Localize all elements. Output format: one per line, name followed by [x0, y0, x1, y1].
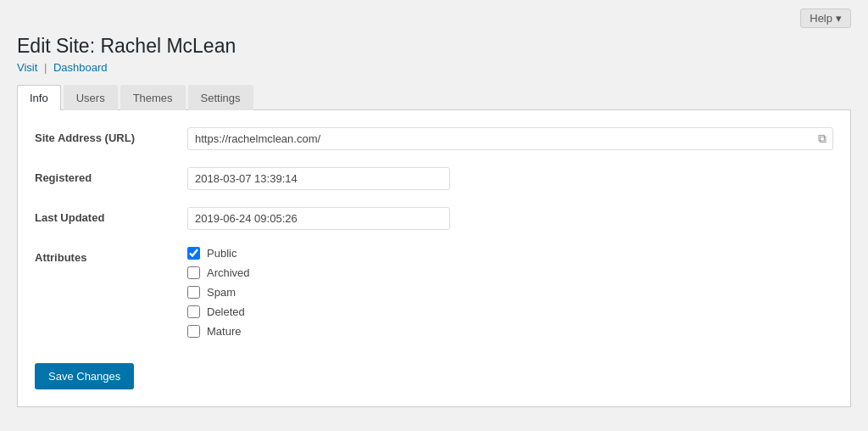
last-updated-input[interactable] [187, 207, 450, 230]
registered-field [187, 167, 833, 190]
attributes-row: Attributes Public Archived Spam [35, 247, 833, 338]
tab-themes[interactable]: Themes [120, 85, 186, 110]
checkbox-deleted-row: Deleted [187, 305, 833, 318]
save-button[interactable]: Save Changes [35, 363, 134, 389]
site-address-input[interactable] [187, 127, 833, 150]
page-wrapper: Help ▾ Edit Site: Rachel McLean Visit | … [0, 0, 868, 431]
help-label: Help [810, 12, 832, 25]
last-updated-row: Last Updated [35, 207, 833, 230]
last-updated-label: Last Updated [35, 207, 187, 224]
help-bar: Help ▾ [17, 8, 851, 28]
checkbox-deleted-label[interactable]: Deleted [207, 305, 245, 318]
registered-input[interactable] [187, 167, 450, 190]
visit-link[interactable]: Visit [17, 61, 37, 74]
dashboard-link[interactable]: Dashboard [53, 61, 108, 74]
last-updated-field [187, 207, 833, 230]
site-address-row: Site Address (URL) ⧉ [35, 127, 833, 150]
breadcrumb: Visit | Dashboard [17, 61, 851, 74]
checkbox-archived[interactable] [187, 266, 200, 279]
registered-label: Registered [35, 167, 187, 184]
site-address-label: Site Address (URL) [35, 127, 187, 144]
form-container: Site Address (URL) ⧉ Registered Last Upd… [17, 110, 851, 407]
checkbox-archived-label[interactable]: Archived [207, 266, 250, 279]
checkbox-mature[interactable] [187, 325, 200, 338]
copy-icon[interactable]: ⧉ [818, 132, 826, 146]
checkbox-deleted[interactable] [187, 305, 200, 318]
attributes-field: Public Archived Spam Deleted [187, 247, 833, 338]
attributes-label: Attributes [35, 247, 187, 264]
page-title: Edit Site: Rachel McLean [17, 35, 851, 58]
checkbox-spam-label[interactable]: Spam [207, 286, 236, 299]
checkbox-mature-label[interactable]: Mature [207, 325, 241, 338]
checkbox-public-label[interactable]: Public [207, 247, 236, 260]
tabs-nav: Info Users Themes Settings [17, 84, 851, 110]
url-input-wrapper: ⧉ [187, 127, 833, 150]
attributes-list: Public Archived Spam Deleted [187, 247, 833, 338]
save-row: Save Changes [35, 355, 833, 389]
checkbox-public[interactable] [187, 247, 200, 260]
checkbox-public-row: Public [187, 247, 833, 260]
tab-info[interactable]: Info [17, 85, 61, 110]
tab-settings[interactable]: Settings [188, 85, 253, 110]
site-address-field: ⧉ [187, 127, 833, 150]
breadcrumb-separator: | [44, 61, 47, 74]
checkbox-archived-row: Archived [187, 266, 833, 279]
help-button[interactable]: Help ▾ [800, 8, 851, 28]
checkbox-spam[interactable] [187, 286, 200, 299]
checkbox-mature-row: Mature [187, 325, 833, 338]
help-chevron-icon: ▾ [836, 12, 842, 25]
checkbox-spam-row: Spam [187, 286, 833, 299]
tab-users[interactable]: Users [64, 85, 118, 110]
registered-row: Registered [35, 167, 833, 190]
